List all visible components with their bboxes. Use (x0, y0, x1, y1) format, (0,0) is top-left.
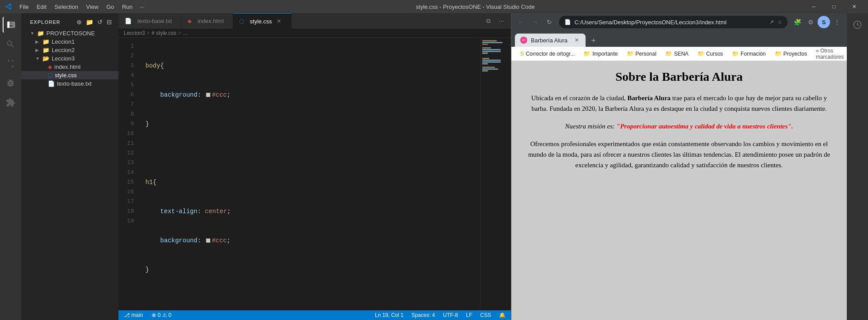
code-editor[interactable]: 12345 678910 1112131415 16171819 body{ b… (118, 38, 511, 310)
menu-file[interactable]: File (16, 3, 32, 11)
new-tab-button[interactable]: + (587, 34, 600, 47)
sidebar-item-index-html[interactable]: ◈ index.html (21, 63, 118, 71)
user-profile-icon[interactable]: ⚙ (804, 16, 817, 28)
css-file-icon: ⬡ (48, 72, 53, 79)
bookmark-proyectos[interactable]: 📁 Proyectos (771, 49, 811, 59)
more-tabs-icon[interactable]: ⋯ (496, 15, 507, 27)
bookmark-importante[interactable]: 📁 Importante (580, 49, 621, 59)
bookmark-icon-personal: 📁 (627, 50, 634, 57)
right-sidebar (847, 13, 868, 320)
debug-activity-icon[interactable] (3, 75, 19, 91)
menu-go[interactable]: Go (103, 3, 118, 11)
explorer-activity-icon[interactable] (3, 17, 19, 33)
window-title: style.css - ProyectosONE - Visual Studio… (148, 4, 803, 10)
bookmark-sena[interactable]: 📁 SENA (662, 49, 692, 59)
code-line-5: h1{ (145, 177, 480, 187)
html-tab-icon: ◈ (187, 18, 192, 24)
code-content[interactable]: body{ background: #ccc; } h1{ text-align… (138, 38, 480, 310)
encoding-status[interactable]: UTF-8 (441, 312, 460, 318)
remote-indicator-icon[interactable] (849, 17, 865, 33)
sidebar-item-texto-base[interactable]: 📄 texto-base.txt (21, 79, 118, 88)
menu-edit[interactable]: Edit (33, 3, 50, 11)
maximize-button[interactable]: □ (824, 0, 844, 13)
errors-warnings-status[interactable]: ⊗ 0 ⚠ 0 (150, 312, 173, 318)
bookmark-label-proyectos: Proyectos (784, 51, 807, 57)
bookmark-formacion[interactable]: 📁 Formación (728, 49, 769, 59)
breadcrumb-sep2: > (178, 30, 181, 36)
minimap (480, 38, 511, 310)
refresh-icon[interactable]: ↺ (96, 18, 104, 26)
share-icon[interactable]: ↗ (769, 19, 774, 25)
extensions-browser-icon[interactable]: 🧩 (791, 16, 803, 28)
breadcrumb-leccion3[interactable]: Leccion3 (124, 30, 145, 36)
tab-index-html[interactable]: ◈ index.html (181, 13, 233, 29)
sidebar-header: EXPLORER ⊕ 📁 ↺ ⊟ (21, 13, 118, 29)
new-file-icon[interactable]: ⊕ (76, 18, 83, 26)
bookmark-corrector[interactable]: S Corrector de ortogr... (517, 49, 578, 59)
breadcrumb-style-css[interactable]: # style.css (152, 30, 176, 36)
sidebar-item-leccion2[interactable]: ▶ 📁 Leccion2 (21, 46, 118, 54)
menu-bar: File Edit Selection View Go Run ··· styl… (0, 0, 868, 13)
menu-selection[interactable]: Selection (51, 3, 81, 11)
chevron-down-icon: ▼ (30, 31, 35, 36)
folder-icon: 📁 (42, 38, 49, 45)
menu-view[interactable]: View (83, 3, 102, 11)
refresh-button[interactable]: ↻ (543, 16, 556, 28)
sidebar-item-style-css[interactable]: ⬡ style.css (21, 71, 118, 79)
git-branch-status[interactable]: ⎇ main (122, 312, 145, 318)
browser-tab-close-icon[interactable]: ✕ (573, 37, 580, 44)
bookmark-icon-sena: 📁 (665, 50, 672, 57)
page-mission: Nuestra misión es: "Proporcionar autoest… (525, 121, 834, 132)
html-file-icon: ◈ (48, 64, 52, 70)
split-editor-icon[interactable]: ⧉ (483, 15, 494, 27)
forward-button[interactable]: → (529, 16, 541, 28)
line-ending-status[interactable]: LF (464, 312, 474, 318)
source-control-activity-icon[interactable] (3, 56, 19, 72)
language-status[interactable]: CSS (478, 312, 493, 318)
new-folder-icon[interactable]: 📁 (85, 18, 95, 26)
breadcrumb-more[interactable]: ... (183, 30, 187, 36)
menu-more[interactable]: ··· (137, 3, 147, 11)
tree-label-leccion2: Leccion2 (52, 47, 75, 53)
code-line-9 (145, 294, 480, 304)
code-line-7: background: #ccc; (145, 236, 480, 245)
sidebar-item-leccion1[interactable]: ▶ 📁 Leccion1 (21, 38, 118, 46)
bookmark-label-personal: Personal (636, 51, 656, 57)
spaces-status[interactable]: Spaces: 4 (410, 312, 437, 318)
tree-root[interactable]: ▼ 📁 PROYECTOSONE (21, 29, 118, 38)
page-paragraph-3: Ofrecemos profesionales experimentados q… (525, 139, 834, 170)
tree-label-texto-base: texto-base.txt (57, 80, 91, 87)
code-line-8: } (145, 265, 480, 275)
editor-area: 📄 texto-base.txt ◈ index.html ⬡ style.cs… (118, 13, 511, 320)
browser-tabs-row: ✂ Barbería Alura ✕ + (511, 31, 847, 47)
tab-favicon: ✂ (520, 37, 527, 44)
more-options-icon[interactable]: ⋮ (831, 16, 843, 28)
minimize-button[interactable]: ─ (803, 0, 824, 13)
bookmark-personal[interactable]: 📁 Personal (623, 49, 660, 59)
collapse-icon[interactable]: ⊟ (106, 18, 113, 26)
browser-active-tab[interactable]: ✂ Barbería Alura ✕ (515, 34, 586, 47)
bookmarks-bar: S Corrector de ortogr... 📁 Importante 📁 … (511, 47, 847, 61)
close-button[interactable]: ✕ (844, 0, 864, 13)
back-button[interactable]: ← (515, 16, 527, 28)
window-controls: ─ □ ✕ (803, 0, 864, 13)
feedback-icon[interactable]: 🔔 (497, 312, 507, 318)
extensions-activity-icon[interactable] (3, 94, 19, 110)
bookmark-star-icon[interactable]: ☆ (777, 19, 782, 25)
close-tab-icon[interactable]: ✕ (275, 18, 282, 25)
bookmarks-more-button[interactable]: » Otros marcadores (812, 46, 847, 62)
profile-avatar[interactable]: S (818, 16, 830, 28)
bookmark-label-cursos: Cursos (706, 51, 723, 57)
tree-root-label: PROYECTOSONE (46, 30, 95, 37)
menu-run[interactable]: Run (118, 3, 136, 11)
bookmark-cursos[interactable]: 📁 Cursos (694, 49, 727, 59)
search-activity-icon[interactable] (3, 36, 19, 52)
tab-texto-base[interactable]: 📄 texto-base.txt (118, 13, 181, 29)
bookmark-icon-corrector: S (520, 50, 524, 57)
address-text[interactable]: C:/Users/Sena/Desktop/ProyectosONE/Lecci… (575, 19, 766, 26)
tab-style-css[interactable]: ⬡ style.css ✕ (233, 13, 292, 29)
archivo-label: 📄 (564, 19, 571, 25)
sidebar-item-leccion3[interactable]: ▼ 📂 Leccion3 (21, 54, 118, 63)
address-bar[interactable]: 📄 C:/Users/Sena/Desktop/ProyectosONE/Lec… (559, 16, 788, 28)
ln-col-status[interactable]: Ln 19, Col 1 (373, 312, 405, 318)
